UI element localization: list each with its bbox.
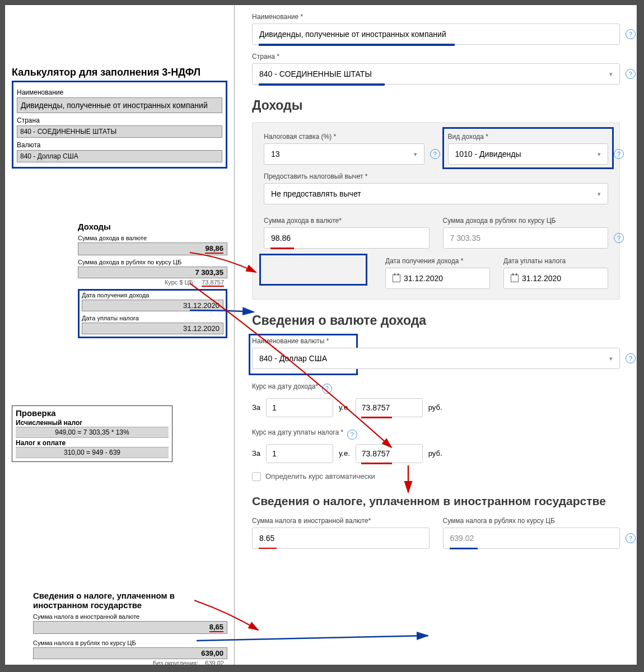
r-ft-rub-label: Сумма налога в рублях по курсу ЦБ bbox=[443, 517, 620, 525]
country-label: Страна bbox=[17, 116, 222, 124]
ft-cur-label: Сумма налога в иностранной валюте bbox=[33, 613, 227, 620]
date-income-label: Дата получения дохода bbox=[82, 292, 223, 298]
help-icon[interactable]: ? bbox=[626, 353, 636, 363]
calc2-value: 310,00 = 949 - 639 bbox=[16, 447, 169, 458]
rate-qty-input[interactable]: 1 bbox=[266, 444, 333, 463]
ft-noround-row: Без округления: 639,02 bbox=[33, 659, 227, 665]
date-tax-value: 31.12.2020 bbox=[82, 323, 223, 334]
currency-field[interactable]: 840 - Доллар США bbox=[17, 150, 222, 162]
help-icon[interactable]: ? bbox=[322, 384, 332, 394]
kind-select[interactable]: 1010 - Дивиденды bbox=[448, 143, 609, 165]
calculator-title: Калькулятор для заполнения 3-НДФЛ bbox=[12, 67, 227, 78]
r-date-income-label: Дата получения дохода * bbox=[385, 257, 490, 265]
r-sum-rub-display: 7 303.35 bbox=[443, 227, 609, 249]
za-label: За bbox=[252, 403, 260, 412]
r-name-label: Наименование * bbox=[252, 13, 620, 21]
auto-rate-label: Определить курс автоматически bbox=[265, 472, 375, 480]
check-header: Проверка bbox=[16, 408, 169, 418]
currency-info-heading: Сведения о валюте дохода bbox=[252, 313, 620, 328]
kind-label: Вид дохода * bbox=[448, 133, 609, 141]
ft-header: Сведения о налоге, уплаченном в иностран… bbox=[33, 591, 227, 610]
calc1-value: 949,00 = 7 303,35 * 13% bbox=[16, 427, 169, 438]
deduct-select[interactable]: Не предоставлять вычет bbox=[264, 183, 608, 204]
help-icon[interactable]: ? bbox=[626, 533, 636, 543]
help-icon[interactable]: ? bbox=[347, 430, 357, 440]
name-label: Наименование bbox=[17, 88, 222, 96]
income-header: Доходы bbox=[78, 222, 227, 231]
r-name-input[interactable]: Дивиденды, полученные от иностранных ком… bbox=[252, 24, 620, 45]
r-sum-cur-input[interactable]: 98.86 bbox=[264, 227, 430, 249]
dates-box: Дата получения дохода 31.12.2020 Дата уп… bbox=[78, 289, 227, 338]
taxrate-label: Налоговая ставка (%) * bbox=[264, 133, 424, 141]
calendar-icon bbox=[393, 274, 400, 282]
sum-cur-value: 98,86 bbox=[78, 242, 227, 255]
country-field[interactable]: 840 - СОЕДИНЕННЫЕ ШТАТЫ bbox=[17, 125, 222, 138]
income-left-block: Доходы Сумма дохода в валюте 98,86 Сумма… bbox=[78, 222, 227, 338]
foreign-tax-left: Сведения о налоге, уплаченном в иностран… bbox=[33, 591, 227, 665]
calendar-icon bbox=[511, 274, 519, 282]
rate-tax-label: Курс на дату уплаты налога * ? bbox=[252, 428, 620, 440]
r-ft-cur-input[interactable]: 8.65 bbox=[252, 528, 430, 549]
rate-qty-input[interactable]: 1 bbox=[266, 398, 333, 417]
calc2-label: Налог к оплате bbox=[16, 439, 169, 447]
help-icon[interactable]: ? bbox=[626, 69, 636, 79]
ft-cur-value: 8,65 bbox=[33, 621, 227, 634]
check-box: Проверка Исчисленный налог 949,00 = 7 30… bbox=[12, 405, 172, 462]
sum-cur-label: Сумма дохода в валюте bbox=[78, 235, 227, 241]
r-sum-cur-label: Сумма дохода в валюте* bbox=[264, 217, 430, 225]
r-sum-rub-label: Сумма дохода в рублях по курсу ЦБ bbox=[443, 217, 609, 225]
deduct-label: Предоставить налоговый вычет * bbox=[264, 172, 608, 180]
rate-income-input[interactable]: 73.8757 bbox=[356, 398, 423, 417]
rate-income-label: Курс на дату дохода* ? bbox=[252, 382, 620, 394]
name-field[interactable]: Дивиденды, полученные от иностранных ком… bbox=[17, 97, 222, 113]
date-tax-label: Дата уплаты налога bbox=[82, 315, 223, 321]
income-heading: Доходы bbox=[252, 98, 620, 113]
foreign-tax-heading: Сведения о налоге, уплаченном в иностран… bbox=[252, 494, 620, 508]
ft-rub-label: Сумма налога в рублях по курсу ЦБ bbox=[33, 640, 227, 646]
ue-label: у.е. bbox=[339, 449, 350, 458]
r-country-select[interactable]: 840 - СОЕДИНЕННЫЕ ШТАТЫ bbox=[252, 63, 620, 85]
rub-label: руб. bbox=[428, 403, 442, 412]
calc1-label: Исчисленный налог bbox=[16, 419, 169, 427]
rate-tax-input[interactable]: 73.8757 bbox=[356, 444, 423, 463]
cbrate-row: Курс $ ЦБ: 73,8757 bbox=[78, 278, 227, 287]
cur-name-select[interactable]: 840 - Доллар США bbox=[252, 348, 620, 369]
r-date-tax-input[interactable]: 31.12.2020 bbox=[503, 268, 608, 289]
currency-label: Валюта bbox=[17, 141, 222, 149]
r-ft-rub-display: 639.02 bbox=[443, 528, 620, 549]
help-icon[interactable]: ? bbox=[614, 233, 624, 243]
ue-label: у.е. bbox=[339, 403, 350, 412]
rub-label: руб. bbox=[428, 449, 442, 458]
rate-income-row: За 1 у.е. 73.8757 руб. bbox=[252, 398, 620, 417]
ft-rub-value: 639,00 bbox=[33, 647, 227, 659]
calc-identity-box: Наименование Дивиденды, полученные от ин… bbox=[12, 81, 227, 169]
r-country-label: Страна * bbox=[252, 53, 620, 60]
help-icon[interactable]: ? bbox=[430, 149, 440, 159]
za-label: За bbox=[252, 449, 260, 458]
taxrate-select[interactable]: 13 bbox=[264, 143, 424, 165]
date-income-value: 31.12.2020 bbox=[82, 300, 223, 311]
checkbox-icon[interactable] bbox=[252, 472, 261, 481]
sum-rub-value: 7 303,35 bbox=[78, 267, 227, 278]
sum-rub-label: Сумма дохода в рублях по курсу ЦБ bbox=[78, 259, 227, 265]
r-date-income-input[interactable]: 31.12.2020 bbox=[385, 268, 490, 289]
rate-tax-row: За 1 у.е. 73.8757 руб. bbox=[252, 444, 620, 463]
cur-name-label: Наименование валюты * bbox=[252, 337, 620, 345]
income-panel: Налоговая ставка (%) * 13 ? Вид дохода *… bbox=[252, 122, 620, 300]
help-icon[interactable]: ? bbox=[614, 149, 624, 159]
help-icon[interactable]: ? bbox=[626, 29, 636, 39]
r-date-tax-label: Дата уплаты налога bbox=[503, 257, 608, 265]
auto-rate-row[interactable]: Определить курс автоматически bbox=[252, 472, 620, 481]
r-ft-cur-label: Сумма налога в иностранной валюте* bbox=[252, 517, 430, 525]
